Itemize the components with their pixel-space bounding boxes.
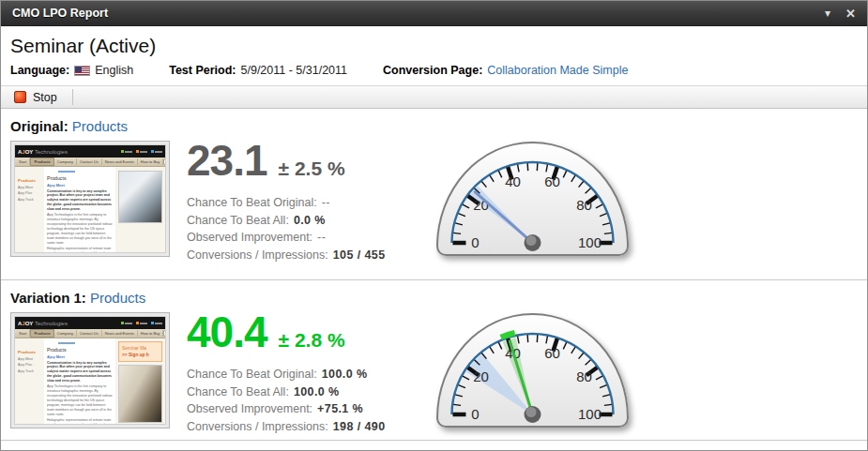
variant-page-link[interactable]: Products (72, 118, 128, 134)
svg-text:0: 0 (471, 406, 479, 422)
mini-tab: Start (16, 330, 30, 337)
mini-login-link (121, 150, 132, 153)
stat-row: Chance To Beat All:0.0 % (187, 212, 423, 230)
test-meta: Language: English Test Period: 5/9/2011 … (10, 64, 856, 77)
mini-search-box: Search here (163, 330, 166, 337)
thumbnail-variation-1[interactable]: AJOY Technologies Start Products Company… (10, 312, 170, 428)
mini-sitemap-link (151, 322, 162, 324)
mini-site-logo: AJOY Technologies (18, 321, 68, 326)
mini-site-header: AJOY Technologies (15, 145, 165, 158)
stat-row: Observed Improvement:+75.1 % (187, 400, 423, 418)
svg-text:60: 60 (544, 173, 560, 189)
language-label: Language: (10, 64, 69, 77)
mini-search-box: Search here (163, 158, 166, 165)
app-window: CMO LPO Report ▾ ✕ Seminar (Active) Lang… (0, 0, 868, 451)
section-original: Original: Products AJOY Technologies (1, 109, 867, 280)
mini-seminar-banner: Seminar Ma >> Sign up h (118, 341, 162, 362)
variant-name: Variation 1: (10, 290, 86, 306)
mini-header-links (121, 150, 162, 153)
svg-text:0: 0 (471, 234, 479, 250)
mini-tab-active: Products (30, 329, 53, 338)
section-variation-1: Variation 1: Products AJOY Technologies (1, 280, 867, 441)
mini-nav-bar: Start Products Company Contact Us News a… (15, 158, 165, 167)
svg-text:20: 20 (473, 197, 489, 213)
gauge-original: 020406080100 (436, 142, 629, 256)
conversion-page-link[interactable]: Collaboration Made Simple (487, 64, 628, 77)
variant-name: Original: (10, 118, 69, 134)
close-icon[interactable]: ✕ (845, 8, 856, 20)
stat-row: Chance To Beat All:100.0 % (187, 383, 423, 401)
stat-row: Conversions / Impressions:105 / 455 (187, 247, 423, 264)
mini-content: Products Ajoy Meet Communication is key … (44, 167, 115, 253)
svg-text:100: 100 (578, 406, 602, 422)
mini-tab: News and Events (102, 330, 138, 337)
stat-row: Observed Improvement:-- (187, 229, 423, 247)
language-value: English (95, 64, 133, 77)
mini-site-logo: AJOY Technologies (18, 149, 68, 155)
title-bar[interactable]: CMO LPO Report ▾ ✕ (1, 1, 867, 26)
svg-text:60: 60 (544, 345, 560, 361)
mini-sidebar: Products Ajoy Meet Ajoy Plan Ajoy Track (15, 338, 41, 425)
mini-feeds-link (136, 322, 147, 324)
conversion-page-group: Conversion Page: Collaboration Made Simp… (383, 64, 628, 77)
mini-feeds-link (136, 150, 147, 153)
toolbar: Stop (1, 86, 867, 109)
test-period-label: Test Period: (169, 64, 236, 77)
svg-text:20: 20 (473, 368, 489, 384)
mini-login-link (121, 322, 132, 324)
mini-breadcrumb (58, 171, 75, 173)
conversion-rate: 40.4 (187, 310, 267, 353)
section-original-heading: Original: Products (10, 118, 858, 134)
svg-text:80: 80 (576, 197, 592, 213)
thumbnail-photo-people (118, 171, 162, 223)
conversion-rate-margin: ± 2.5 % (279, 158, 345, 180)
mini-tab: How to Buy (138, 158, 163, 165)
mini-tab: Company (54, 158, 77, 165)
thumbnail-photo-desk (118, 365, 162, 423)
mini-content: Products Ajoy Meet Communication is key … (44, 338, 115, 425)
toolbar-separator (72, 89, 73, 105)
mini-tab: News and Events (102, 158, 138, 165)
mini-tab: How to Buy (138, 330, 163, 337)
variant-page-link[interactable]: Products (90, 290, 145, 306)
test-period-group: Test Period: 5/9/2011 - 5/31/2011 (169, 64, 347, 77)
collapse-icon[interactable]: ▾ (825, 8, 830, 19)
svg-text:40: 40 (505, 173, 521, 189)
svg-text:80: 80 (576, 368, 592, 384)
stat-row: Chance To Beat Original:100.0 % (187, 366, 423, 383)
thumbnail-original[interactable]: AJOY Technologies Start Products Company… (10, 141, 170, 257)
test-name: Seminar (Active) (10, 35, 856, 57)
conversion-page-label: Conversion Page: (383, 64, 482, 77)
stop-button-label: Stop (33, 91, 57, 104)
window-title: CMO LPO Report (12, 7, 108, 20)
svg-text:100: 100 (578, 234, 602, 250)
mini-sitemap-link (151, 150, 162, 153)
report-header: Seminar (Active) Language: English Test … (1, 26, 867, 86)
mini-header-links (121, 322, 162, 324)
mini-site-header: AJOY Technologies (15, 317, 165, 329)
mini-breadcrumb (58, 342, 75, 344)
mini-tab: Company (54, 330, 77, 337)
gauge-variation-1: 020406080100 (436, 313, 629, 428)
stat-row: Conversions / Impressions:198 / 490 (187, 418, 423, 436)
mini-tab: Contact Us (77, 330, 102, 337)
section-variation-heading: Variation 1: Products (10, 290, 858, 306)
test-period-value: 5/9/2011 - 5/31/2011 (241, 64, 348, 77)
conversion-rate: 23.1 (187, 139, 267, 182)
conversion-rate-margin: ± 2.8 % (279, 329, 345, 352)
language-group: Language: English (10, 64, 133, 77)
mini-sidebar: Products Ajoy Meet Ajoy Plan Ajoy Track (15, 167, 41, 253)
stop-icon (14, 91, 26, 103)
mini-tab: Start (16, 158, 30, 165)
stat-row: Chance To Beat Original:-- (187, 194, 423, 212)
us-flag-icon (74, 66, 90, 76)
mini-nav-bar: Start Products Company Contact Us News a… (15, 329, 165, 338)
mini-tab-active: Products (30, 158, 53, 166)
mini-tab: Contact Us (77, 158, 102, 165)
stop-button[interactable]: Stop (8, 89, 63, 106)
